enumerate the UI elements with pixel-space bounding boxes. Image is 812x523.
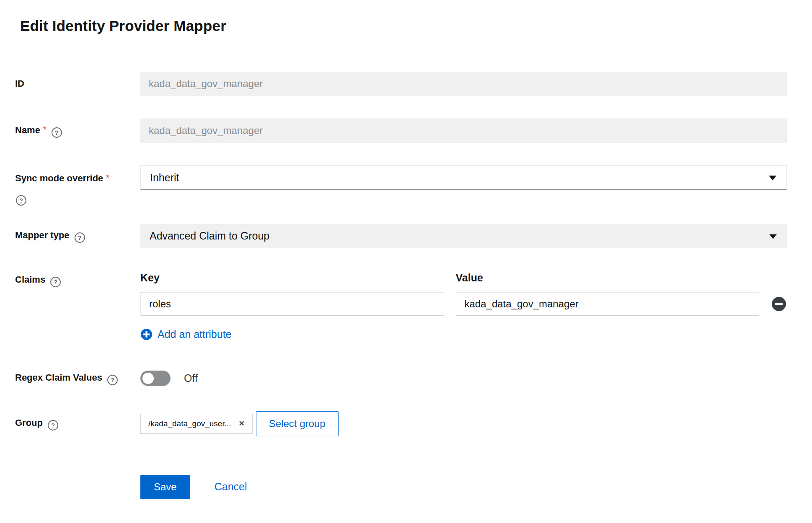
remove-group-icon[interactable]: ✕ <box>239 420 245 427</box>
regex-help-icon[interactable]: ? <box>107 375 118 385</box>
claims-key-header: Key <box>140 272 444 284</box>
claims-header-spacer <box>771 272 787 284</box>
name-help-icon[interactable]: ? <box>52 127 62 138</box>
sync-mode-help-icon[interactable]: ? <box>16 195 26 206</box>
form-row-claims: Claims? Key Value <box>15 271 787 340</box>
claim-key-input[interactable] <box>140 292 444 316</box>
mapper-type-label-col: Mapper type? <box>15 229 140 243</box>
select-group-button[interactable]: Select group <box>256 411 339 436</box>
name-field-col <box>140 119 787 143</box>
claims-headers: Key Value <box>140 272 787 284</box>
name-label: Name <box>15 125 40 135</box>
group-help-icon[interactable]: ? <box>48 420 58 430</box>
sync-mode-label: Sync mode override <box>15 173 103 183</box>
group-chip: /kada_data_gov_user... ✕ <box>140 414 253 434</box>
chevron-down-icon <box>769 175 776 180</box>
sync-mode-label-col: Sync mode override* ? <box>15 165 140 206</box>
sync-mode-required-asterisk: * <box>106 173 109 182</box>
regex-toggle-state: Off <box>184 372 198 384</box>
mapper-type-label: Mapper type <box>15 230 70 240</box>
regex-toggle[interactable] <box>140 371 171 386</box>
group-field-col: /kada_data_gov_user... ✕ Select group <box>140 411 787 436</box>
sync-mode-select[interactable]: Inherit <box>140 165 787 190</box>
plus-circle-icon <box>140 328 153 340</box>
mapper-form: ID Name*? Sync mode override* ? Inherit … <box>15 72 787 499</box>
mapper-type-select[interactable]: Advanced Claim to Group <box>140 224 787 248</box>
form-row-sync-mode: Sync mode override* ? Inherit <box>15 165 787 206</box>
form-row-id: ID <box>15 72 787 96</box>
mapper-type-selected-value: Advanced Claim to Group <box>150 230 269 242</box>
claims-field-col: Key Value Ad <box>140 271 787 340</box>
name-input <box>140 119 787 143</box>
save-button[interactable]: Save <box>140 475 190 499</box>
group-chip-text: /kada_data_gov_user... <box>148 419 231 428</box>
mapper-type-help-icon[interactable]: ? <box>75 232 85 243</box>
claims-label-col: Claims? <box>15 271 140 287</box>
cancel-button[interactable]: Cancel <box>215 481 247 493</box>
group-label: Group <box>15 417 43 428</box>
add-attribute-label: Add an attribute <box>158 328 232 340</box>
name-required-asterisk: * <box>43 125 47 134</box>
header-divider <box>13 48 799 48</box>
minus-circle-icon <box>771 296 787 312</box>
id-label-col: ID <box>15 77 140 90</box>
form-row-regex: Regex Claim Values? Off <box>15 371 787 386</box>
name-label-col: Name*? <box>15 124 140 138</box>
group-label-col: Group? <box>15 417 140 430</box>
add-attribute-button[interactable]: Add an attribute <box>140 328 232 340</box>
chevron-down-icon <box>769 234 777 239</box>
form-row-group: Group? /kada_data_gov_user... ✕ Select g… <box>15 411 787 436</box>
id-input <box>140 72 787 96</box>
claim-row <box>140 292 787 316</box>
id-field-col <box>140 72 787 96</box>
regex-label-col: Regex Claim Values? <box>15 371 140 385</box>
page-header: Edit Identity Provider Mapper <box>0 0 812 48</box>
toggle-knob <box>142 373 154 384</box>
claims-value-header: Value <box>456 272 760 284</box>
id-label: ID <box>15 78 24 89</box>
form-row-mapper-type: Mapper type? Advanced Claim to Group <box>15 224 787 248</box>
sync-mode-field-col: Inherit <box>140 165 787 190</box>
sync-mode-selected-value: Inherit <box>150 172 179 184</box>
claims-label: Claims <box>15 274 45 285</box>
page-title: Edit Identity Provider Mapper <box>20 18 795 34</box>
regex-label: Regex Claim Values <box>15 372 102 383</box>
regex-field-col: Off <box>140 371 787 386</box>
form-row-name: Name*? <box>15 119 787 143</box>
form-actions: Save Cancel <box>140 475 787 499</box>
sync-mode-help-wrap: ? <box>15 192 130 206</box>
remove-claim-button[interactable] <box>771 296 787 312</box>
mapper-type-field-col: Advanced Claim to Group <box>140 224 787 248</box>
claim-value-input[interactable] <box>456 292 760 316</box>
claims-help-icon[interactable]: ? <box>50 277 61 287</box>
